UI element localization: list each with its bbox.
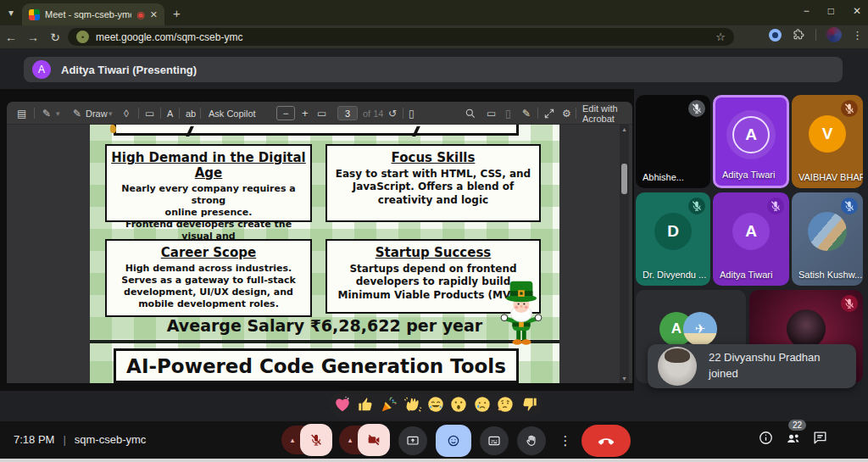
pdf-viewer-toolbar: ▤ ✎ ▾ ✎ Draw ▾ ◊ ▭ A ab Ask Copilot − + … <box>7 102 632 125</box>
highlighter-caret-icon[interactable]: ▾ <box>56 102 60 125</box>
meeting-meta: 7:18 PM | sqm-cseb-ymc <box>14 433 146 446</box>
tile-dr-divyendu[interactable]: D Dr. Divyendu ... <box>636 192 710 286</box>
captions-button[interactable] <box>480 426 509 455</box>
chat-panel-button[interactable] <box>812 430 828 448</box>
mic-muted-icon <box>841 295 858 312</box>
reaction-thumbs-down-icon[interactable] <box>520 395 538 414</box>
profile-avatar[interactable] <box>826 27 842 42</box>
rotate-icon[interactable]: ↺ <box>388 102 397 125</box>
maximize-button[interactable]: □ <box>828 5 834 17</box>
fullscreen-icon[interactable] <box>543 102 555 125</box>
slide-box-body: High demand across industries. Serves as… <box>110 263 307 310</box>
pdf-scrollbar[interactable]: ▲ ▼ <box>620 125 629 383</box>
zoom-in-button[interactable]: + <box>302 102 309 125</box>
read-aloud-icon[interactable]: ab <box>186 102 196 125</box>
draw-label[interactable]: Draw <box>86 102 108 125</box>
presenter-label: Aditya Tiwari (Presenting) <box>61 64 197 76</box>
reactions-button[interactable] <box>436 425 471 457</box>
window-close-button[interactable]: ✕ <box>853 5 861 17</box>
tile-aditya-tiwari-1[interactable]: A Aditya Tiwari <box>713 95 789 188</box>
tile-vaibhav-bharti[interactable]: V VAIBHAV BHARTI <box>792 95 863 188</box>
next-section-title: AI-Powered Code Generation Tools <box>116 355 516 377</box>
search-icon[interactable] <box>465 102 476 125</box>
settings-gear-icon[interactable]: ⚙ <box>562 102 571 125</box>
reload-button[interactable]: ↻ <box>44 31 66 44</box>
presenting-banner[interactable]: A Aditya Tiwari (Presenting) <box>24 57 843 82</box>
browser-menu-icon[interactable]: ⋮ <box>852 29 863 42</box>
mic-muted-icon <box>688 198 705 214</box>
people-panel-button[interactable] <box>785 430 802 449</box>
reaction-clapping-hands-icon[interactable] <box>403 395 422 414</box>
pdf-sidebar-toggle-icon[interactable]: ▤ <box>17 102 26 125</box>
participant-name: Satish Kushw... <box>798 270 862 280</box>
slide-box-title: Career Scope <box>110 245 307 260</box>
screen-bottom-edge <box>0 459 868 462</box>
meeting-info-button[interactable] <box>758 430 774 448</box>
reactions-bar <box>329 391 542 418</box>
tile-abhishek[interactable]: Abhishe... <box>636 95 710 188</box>
mic-mute-button[interactable] <box>300 424 332 456</box>
draw-pen-icon[interactable]: ✎ <box>73 102 81 125</box>
participant-name: Abhishe... <box>643 172 684 182</box>
reaction-thumbs-up-icon[interactable] <box>357 395 376 414</box>
text-tool-icon[interactable]: A <box>167 102 173 125</box>
browser-tab[interactable]: Meet - sqm-cseb-ymc ◉ ✕ <box>22 3 164 25</box>
fit-page-icon[interactable]: ▭ <box>317 102 326 125</box>
address-bar[interactable]: • meet.google.com/sqm-cseb-ymc ☆ <box>68 28 734 46</box>
page-number-box[interactable]: 3 <box>337 102 358 125</box>
participant-name: Aditya Tiwari <box>722 170 775 180</box>
scroll-up-icon[interactable]: ▲ <box>620 126 629 132</box>
draw-caret-icon[interactable]: ▾ <box>108 102 113 125</box>
reaction-surprised-icon[interactable] <box>449 395 468 414</box>
tab-close-icon[interactable]: ✕ <box>150 9 158 20</box>
bookmark-star-icon[interactable]: ☆ <box>715 31 726 43</box>
extension-icon[interactable] <box>769 29 782 42</box>
participant-name: VAIBHAV BHARTI <box>798 172 863 182</box>
present-screen-button[interactable] <box>398 426 427 455</box>
slide-box-focus-skills: Focus Skills Easy to start with HTML, CS… <box>326 144 541 222</box>
toast-avatar <box>658 347 697 386</box>
activities-grid-button[interactable] <box>841 432 858 449</box>
raise-hand-button[interactable] <box>517 426 546 455</box>
page-layout-icon[interactable]: ▯ <box>409 102 415 125</box>
annotations-icon[interactable]: ▭ <box>487 102 496 125</box>
site-info-icon[interactable]: • <box>76 31 89 43</box>
tab-title: Meet - sqm-cseb-ymc <box>45 9 131 19</box>
highlighter-icon[interactable]: ✎ <box>42 102 51 125</box>
more-options-button[interactable]: ⋮ <box>556 426 575 455</box>
camera-off-button[interactable] <box>358 424 390 456</box>
back-button[interactable]: ← <box>0 31 22 44</box>
mic-muted-icon <box>767 198 784 214</box>
mic-muted-icon <box>841 198 858 214</box>
end-call-button[interactable] <box>581 425 631 457</box>
tab-search-icon[interactable]: ▾ <box>8 7 14 19</box>
tile-satish-kushwaha[interactable]: Satish Kushw... <box>792 192 863 286</box>
ask-copilot-button[interactable]: Ask Copilot <box>209 102 256 125</box>
avatar-letter: V <box>809 115 846 153</box>
reaction-thinking-icon[interactable] <box>496 395 515 414</box>
participant-name: Aditya Tiwari <box>720 270 772 280</box>
highlight-mode-icon[interactable]: ✎ <box>522 102 531 125</box>
forward-button[interactable]: → <box>22 31 44 44</box>
reaction-crying-icon[interactable] <box>473 395 492 414</box>
tile-aditya-tiwari-2[interactable]: A Aditya Tiwari <box>713 192 789 286</box>
scroll-down-icon[interactable]: ▼ <box>620 376 629 381</box>
slide-box-career-scope: Career Scope High demand across industri… <box>105 239 312 317</box>
two-page-view-icon[interactable]: ▭ <box>145 102 154 125</box>
minimize-button[interactable]: − <box>804 5 810 17</box>
avatar-letter: D <box>654 213 692 250</box>
reaction-sparkling-heart-icon[interactable] <box>333 395 352 414</box>
scrollbar-thumb[interactable] <box>621 164 627 194</box>
avatar-letter: A <box>732 213 770 250</box>
edit-with-acrobat-button[interactable]: Edit with Acrobat <box>582 102 632 125</box>
toolbar-right-icons: ⋮ <box>769 27 863 42</box>
extensions-puzzle-icon[interactable] <box>792 28 805 42</box>
airplane-photo-avatar: ✈ <box>683 312 717 346</box>
zoom-out-button[interactable]: − <box>276 102 295 125</box>
eraser-icon[interactable]: ◊ <box>124 102 129 125</box>
reaction-party-popper-icon[interactable] <box>380 395 398 414</box>
window-controls: − □ ✕ <box>804 5 861 17</box>
page-count-label: of 14 <box>363 102 383 125</box>
reaction-laughing-icon[interactable] <box>426 395 445 414</box>
new-tab-button[interactable]: + <box>173 6 181 20</box>
